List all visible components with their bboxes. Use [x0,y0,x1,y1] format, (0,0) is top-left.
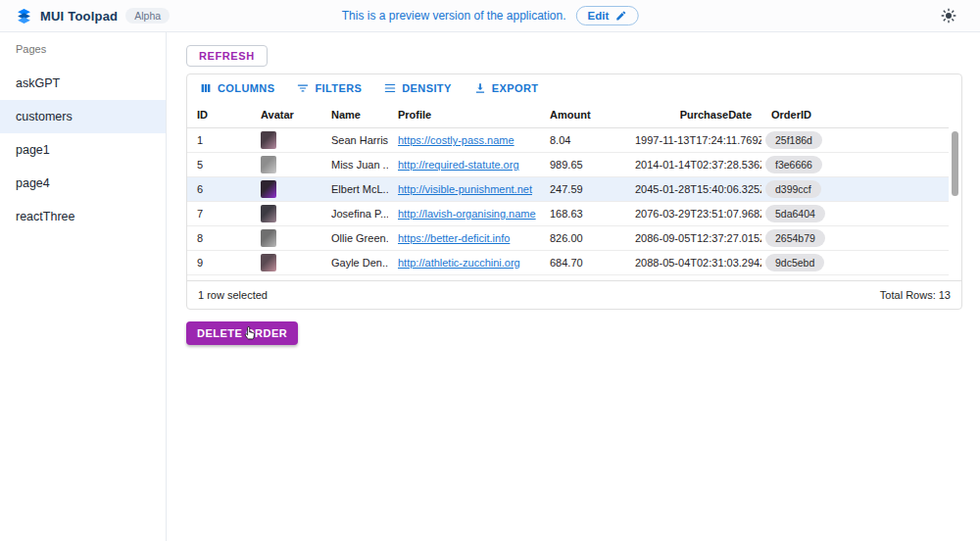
sidebar-item-customers[interactable]: customers [0,100,166,133]
main-content: REFRESH COLUMNSFILTERSDENSITYEXPORT IDAv… [167,32,980,541]
alpha-badge: Alpha [125,8,170,24]
cell-amount: 989.65 [540,153,625,176]
grid-footer: 1 row selected Total Rows: 13 [187,280,961,309]
delete-order-button[interactable]: DELETE ORDER [186,321,298,345]
data-grid: COLUMNSFILTERSDENSITYEXPORT IDAvatarName… [186,74,962,310]
column-header-orderId[interactable]: OrderID [761,102,948,127]
avatar [261,205,276,222]
preview-banner: This is a preview version of the applica… [342,6,639,25]
avatar [261,131,276,149]
cell-amount: 8.04 [540,128,625,152]
cell-orderId: 2654b79 [761,226,948,250]
toolpad-logo-icon [16,8,32,25]
column-header-avatar[interactable]: Avatar [251,102,321,127]
profile-link[interactable]: https://better-deficit.info [398,232,510,244]
cell-amount: 826.00 [540,226,625,250]
profile-link[interactable]: http://athletic-zucchini.org [398,257,520,269]
avatar [261,180,276,198]
table-row[interactable]: 5Miss Juan ...http://required-statute.or… [187,153,949,177]
table-row[interactable]: 8Ollie Green...https://better-deficit.in… [187,226,949,251]
profile-link[interactable]: http://required-statute.org [398,159,519,171]
cell-avatar [251,202,321,225]
cell-name: Gayle Den... [321,251,388,274]
profile-link[interactable]: https://costly-pass.name [398,134,514,146]
grid-toolbar-button-label: COLUMNS [218,82,274,94]
cell-orderId: f3e6666 [761,153,948,176]
order-id-chip: 2654b79 [765,229,825,247]
profile-link[interactable]: http://visible-punishment.net [398,183,532,195]
profile-link[interactable]: http://lavish-organising.name [398,208,536,220]
order-id-chip: d399ccf [765,180,821,198]
cell-purchaseDate: 2014-01-14T02:37:28.536Z [625,153,761,176]
sidebar-nav: askGPTcustomerspage1page4reactThree [0,67,166,233]
order-id-chip: 5da6404 [765,205,825,222]
edit-button[interactable]: Edit [576,6,639,25]
density-icon [383,81,397,95]
cell-avatar [251,226,321,250]
refresh-button[interactable]: REFRESH [186,45,268,67]
cell-orderId: d399ccf [761,177,948,201]
cell-id: 7 [187,202,251,225]
cell-amount: 168.63 [540,202,625,225]
cell-id: 9 [187,251,251,274]
cell-amount: 247.59 [540,177,625,201]
sun-icon [941,8,956,24]
cell-name: Miss Juan ... [321,153,388,176]
column-header-id[interactable]: ID [187,102,251,127]
column-header-purchaseDate[interactable]: PurchaseDate [625,102,761,127]
cell-profile: https://costly-pass.name [388,128,540,152]
cell-orderId: 9dc5ebd [761,251,948,274]
app-title: MUI Toolpad [40,9,118,24]
cell-profile: http://required-statute.org [388,153,540,176]
avatar [261,254,276,271]
cell-profile: http://visible-punishment.net [388,177,540,201]
cell-profile: https://better-deficit.info [388,226,540,250]
sidebar: Pages askGPTcustomerspage1page4reactThre… [0,32,167,541]
sidebar-item-reactThree[interactable]: reactThree [0,200,166,233]
theme-toggle-button[interactable] [941,8,956,24]
pencil-icon [614,10,626,22]
cell-avatar [251,251,321,274]
cell-id: 8 [187,226,251,250]
grid-toolbar-export-button[interactable]: EXPORT [469,79,543,97]
export-icon [473,81,487,95]
column-header-amount[interactable]: Amount [540,102,625,127]
total-rows: Total Rows: 13 [880,289,951,301]
table-row[interactable]: 6Elbert McL...http://visible-punishment.… [187,177,949,202]
order-id-chip: f3e6666 [765,156,822,173]
order-id-chip: 9dc5ebd [765,254,824,271]
grid-toolbar-filters-button[interactable]: FILTERS [292,79,366,97]
table-row[interactable]: 9Gayle Den...http://athletic-zucchini.or… [187,251,949,275]
grid-toolbar-button-label: FILTERS [315,82,362,94]
cell-id: 1 [187,128,251,152]
sidebar-item-page4[interactable]: page4 [0,167,166,200]
grid-header-row: IDAvatarNameProfileAmountPurchaseDateOrd… [187,102,949,128]
selection-count: 1 row selected [198,289,268,301]
vertical-scrollbar-thumb[interactable] [952,131,958,196]
table-row[interactable]: 7Josefina P...http://lavish-organising.n… [187,202,949,226]
cell-purchaseDate: 2088-05-04T02:31:03.294Z [625,251,761,274]
cell-avatar [251,153,321,176]
column-header-name[interactable]: Name [321,102,388,127]
grid-toolbar-button-label: DENSITY [402,82,451,94]
cell-purchaseDate: 2045-01-28T15:40:06.325Z [625,177,761,201]
sidebar-item-page1[interactable]: page1 [0,133,166,167]
sidebar-item-askGPT[interactable]: askGPT [0,67,166,100]
cell-avatar [251,128,321,152]
app-bar: MUI Toolpad Alpha This is a preview vers… [0,0,980,32]
column-header-profile[interactable]: Profile [388,102,540,127]
columns-icon [199,81,213,95]
grid-toolbar-columns-button[interactable]: COLUMNS [195,79,278,97]
order-id-chip: 25f186d [765,131,822,149]
avatar [261,156,276,173]
grid-rows: 1Sean Harrishttps://costly-pass.name8.04… [187,128,961,275]
grid-toolbar-density-button[interactable]: DENSITY [379,79,455,97]
grid-toolbar-button-label: EXPORT [492,82,539,94]
cell-profile: http://athletic-zucchini.org [388,251,540,274]
cell-purchaseDate: 1997-11-13T17:24:11.769Z [625,128,761,152]
cell-purchaseDate: 2086-09-05T12:37:27.015Z [625,226,761,250]
avatar [261,229,276,247]
table-row[interactable]: 1Sean Harrishttps://costly-pass.name8.04… [187,128,949,153]
cell-id: 5 [187,153,251,176]
cell-orderId: 5da6404 [761,202,948,225]
